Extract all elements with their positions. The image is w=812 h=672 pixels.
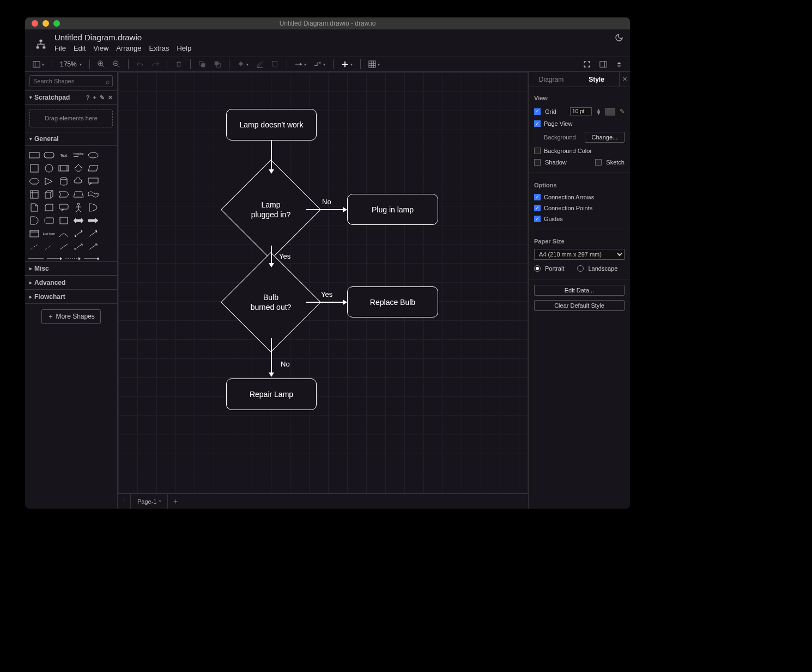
node-start[interactable]: Lamp doesn't work [226, 109, 317, 140]
undo-button[interactable] [134, 59, 146, 69]
zoom-dropdown[interactable]: 175% [58, 59, 84, 69]
shape-blank7[interactable] [101, 228, 115, 240]
shape-list[interactable] [27, 228, 41, 240]
maximize-window-button[interactable] [53, 20, 60, 27]
shape-data-store[interactable] [42, 215, 56, 227]
shape-blank4[interactable] [101, 188, 115, 200]
shadow-button[interactable] [269, 59, 281, 69]
shape-rounded-rect[interactable] [42, 149, 56, 161]
node-plug-in[interactable]: Plug in lamp [347, 194, 438, 225]
shape-hexagon[interactable] [27, 175, 41, 187]
shape-connector3[interactable] [65, 257, 81, 260]
shape-tape[interactable] [87, 188, 100, 200]
menu-view[interactable]: View [93, 44, 108, 52]
shape-circle[interactable] [42, 162, 56, 174]
conn-points-checkbox[interactable] [534, 205, 541, 211]
edge-1[interactable] [271, 140, 272, 170]
scratchpad-section[interactable]: ▾ Scratchpad ? + ✎ ✕ [25, 90, 117, 105]
general-section[interactable]: ▾ General [25, 132, 117, 146]
shape-connector1[interactable] [28, 257, 44, 260]
more-shapes-button[interactable]: ＋ More Shapes [41, 309, 101, 324]
search-icon[interactable]: ⌕ [106, 78, 110, 85]
scratchpad-dropzone[interactable]: Drag elements here [29, 109, 113, 127]
edge-4[interactable] [306, 209, 343, 210]
shape-connector2[interactable] [47, 257, 62, 260]
clear-default-style-button[interactable]: Clear Default Style [534, 300, 625, 311]
fullscreen-button[interactable] [581, 59, 593, 69]
shape-parallelogram[interactable] [87, 162, 100, 174]
collapse-button[interactable] [614, 59, 625, 69]
shape-curve[interactable] [57, 228, 70, 240]
shape-blank3[interactable] [101, 175, 115, 187]
portrait-radio[interactable] [534, 265, 541, 272]
canvas[interactable]: Lamp doesn't work Lamp plugged in? Plug … [118, 72, 528, 493]
scratchpad-help-icon[interactable]: ? [86, 94, 90, 101]
shape-ellipse[interactable] [87, 149, 100, 161]
grid-size-input[interactable] [570, 107, 592, 115]
bgcolor-checkbox[interactable] [534, 148, 541, 154]
landscape-radio[interactable] [577, 265, 584, 272]
waypoints-button[interactable] [312, 60, 328, 68]
shape-dashed[interactable] [27, 241, 41, 253]
grid-color-swatch[interactable] [605, 108, 615, 115]
change-background-button[interactable]: Change... [585, 132, 625, 143]
shape-triangle[interactable] [42, 175, 56, 187]
menu-edit[interactable]: Edit [74, 44, 86, 52]
insert-button[interactable] [339, 59, 355, 69]
shape-process[interactable] [57, 162, 70, 174]
scratchpad-add-icon[interactable]: + [93, 94, 96, 101]
shape-blank2[interactable] [101, 162, 115, 174]
edge-3[interactable] [271, 338, 272, 374]
shape-rect2[interactable] [57, 215, 70, 227]
shape-blank6[interactable] [101, 215, 115, 227]
shape-heading[interactable]: Heading━━━ [71, 149, 85, 161]
add-page-button[interactable]: ＋ [168, 497, 183, 506]
shape-internal-storage[interactable] [27, 188, 41, 200]
search-shapes-input[interactable] [29, 75, 113, 87]
pageview-checkbox[interactable] [534, 120, 541, 127]
zoom-in-button[interactable] [95, 59, 107, 69]
shape-cube[interactable] [42, 188, 56, 200]
shape-or[interactable] [87, 201, 100, 213]
shape-dir-line[interactable] [87, 241, 100, 253]
page-tab-1[interactable]: Page-1^ [131, 494, 168, 509]
sidebar-toggle-button[interactable] [31, 59, 46, 69]
to-front-button[interactable] [196, 59, 208, 69]
shape-step[interactable] [57, 188, 70, 200]
grid-checkbox[interactable] [534, 108, 541, 115]
scratchpad-edit-icon[interactable]: ✎ [100, 94, 105, 101]
shape-rect[interactable] [27, 149, 41, 161]
tab-diagram[interactable]: Diagram [529, 72, 574, 87]
edge-5[interactable] [306, 302, 343, 303]
redo-button[interactable] [149, 59, 161, 69]
grid-color-picker-icon[interactable]: ✎ [620, 108, 625, 115]
shape-square[interactable] [27, 162, 41, 174]
close-panel-button[interactable]: ✕ [619, 72, 630, 87]
document-title[interactable]: Untitled Diagram.drawio [54, 33, 191, 42]
shape-callout[interactable] [87, 175, 100, 187]
node-repair-lamp[interactable]: Repair Lamp [226, 378, 317, 410]
edit-data-button[interactable]: Edit Data... [534, 285, 625, 296]
pages-menu-button[interactable]: ⋮ [118, 494, 131, 509]
shape-card[interactable] [42, 201, 56, 213]
delete-button[interactable] [173, 59, 185, 69]
shape-arrow[interactable] [87, 215, 100, 227]
shape-actor[interactable] [71, 201, 85, 213]
zoom-out-button[interactable] [111, 59, 123, 69]
menu-extras[interactable]: Extras [149, 44, 169, 52]
menu-arrange[interactable]: Arrange [116, 44, 141, 52]
shape-double-arrow[interactable] [71, 215, 85, 227]
to-back-button[interactable] [211, 59, 223, 69]
shape-and[interactable] [27, 215, 41, 227]
advanced-section[interactable]: ▸Advanced [25, 276, 117, 290]
guides-checkbox[interactable] [534, 216, 541, 222]
node-replace-bulb[interactable]: Replace Bulb [347, 286, 438, 317]
shape-diamond[interactable] [71, 162, 85, 174]
connection-button[interactable] [293, 60, 308, 68]
shadow-checkbox[interactable] [534, 159, 541, 166]
shape-blank5[interactable] [101, 201, 115, 213]
fill-color-button[interactable] [235, 59, 251, 69]
sketch-checkbox[interactable] [595, 159, 602, 166]
shape-text[interactable]: Text [57, 149, 70, 161]
dark-mode-icon[interactable] [615, 33, 623, 44]
